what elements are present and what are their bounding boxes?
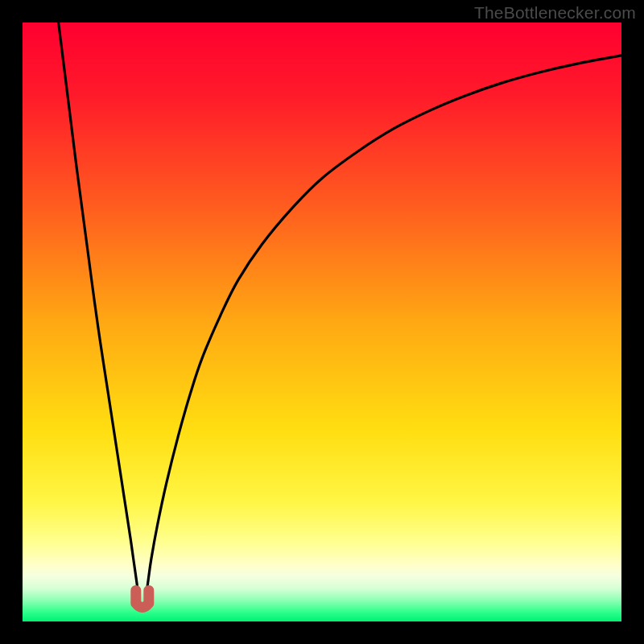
- plot-svg: [23, 23, 621, 621]
- watermark-text: TheBottlenecker.com: [474, 3, 636, 23]
- plot-area: [23, 23, 621, 621]
- gradient-background: [23, 23, 621, 621]
- chart-frame: TheBottlenecker.com: [0, 0, 644, 644]
